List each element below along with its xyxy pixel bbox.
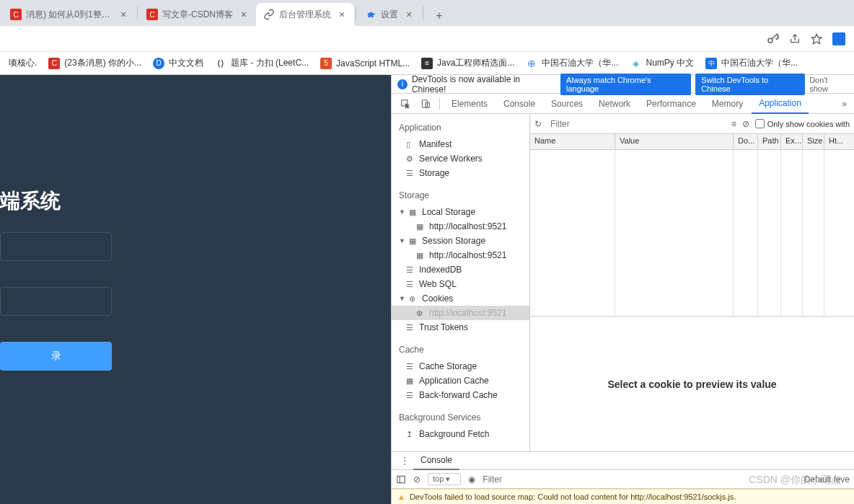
col-expires[interactable]: Ex... (781, 134, 803, 149)
filter-options-icon[interactable]: ≡ (731, 119, 736, 129)
password-input[interactable] (0, 287, 112, 316)
tab-elements[interactable]: Elements (444, 94, 495, 113)
col-path[interactable]: Path (758, 134, 781, 149)
cookies-panel: ↻ ≡ ⊘ Only show cookies with Name Value … (530, 114, 854, 451)
only-cookies-checkbox[interactable]: Only show cookies with (755, 119, 850, 128)
svg-marker-1 (811, 34, 821, 43)
bookmark-item[interactable]: ≡Java工程师精选面... (417, 54, 519, 72)
tab-performance[interactable]: Performance (639, 94, 703, 113)
application-sidebar: Application ▯Manifest ⚙Service Workers ☰… (392, 114, 530, 451)
banner-match-language-button[interactable]: Always match Chrome's language (560, 74, 691, 95)
browser-tab-1[interactable]: C 写文章-CSDN博客 × (139, 3, 256, 26)
bookmark-item[interactable]: 中中国石油大学（华... (701, 54, 802, 72)
sidebar-item-cookies-url-selected[interactable]: ⊛http://localhost:9521 (392, 306, 529, 320)
sidebar-item-application-cache[interactable]: ▦Application Cache (392, 373, 529, 388)
devtools-language-banner: i DevTools is now available in Chinese! … (392, 75, 854, 94)
cookie-preview-placeholder: Select a cookie to preview its value (530, 317, 854, 451)
sidebar-item-bfcache[interactable]: ☰Back-forward Cache (392, 388, 529, 402)
bookmark-item[interactable]: ⊕中国石油大学（华... (521, 54, 622, 72)
new-tab-button[interactable]: + (429, 6, 449, 26)
username-input[interactable] (0, 232, 112, 261)
bookmark-item[interactable]: D中文文档 (149, 54, 208, 72)
clear-icon[interactable]: ⊘ (742, 119, 749, 129)
tab-application[interactable]: Application (752, 94, 809, 114)
info-icon: i (397, 79, 408, 89)
clear-console-icon[interactable]: ⊘ (413, 474, 421, 485)
sidebar-item-manifest[interactable]: ▯Manifest (392, 137, 529, 151)
drawer-menu-icon[interactable]: ⋮ (396, 456, 413, 466)
sidebar-item-cookies[interactable]: ▼⊛Cookies (392, 291, 529, 306)
col-name[interactable]: Name (530, 134, 615, 149)
banner-dont-show-link[interactable]: Don't show (809, 76, 848, 93)
tab-console[interactable]: Console (496, 94, 542, 113)
bookmark-star-icon[interactable] (811, 33, 822, 45)
cookies-table-body[interactable] (530, 150, 854, 316)
share-icon[interactable] (789, 33, 801, 45)
sidebar-item-storage[interactable]: ☰Storage (392, 166, 529, 180)
inspect-element-icon[interactable] (396, 96, 415, 112)
console-drawer-tab[interactable]: Console (413, 451, 459, 470)
col-size[interactable]: Size (803, 134, 824, 149)
col-value[interactable]: Value (615, 134, 734, 149)
bookmark-item[interactable]: 5JavaScript HTML... (316, 55, 414, 72)
sidebar-item-background-fetch[interactable]: ↥Background Fetch (392, 427, 529, 441)
tab-close-icon[interactable]: × (337, 9, 347, 19)
device-toggle-icon[interactable] (416, 96, 435, 112)
col-httponly[interactable]: Ht... (824, 134, 845, 149)
bookmark-item[interactable]: C(23条消息) 你的小... (44, 54, 146, 72)
extensions-icon[interactable] (832, 32, 845, 45)
console-warning-message[interactable]: ▲ DevTools failed to load source map: Co… (392, 489, 854, 504)
grid-icon: ▦ (416, 222, 425, 231)
live-expression-icon[interactable]: ◉ (468, 474, 475, 485)
app-viewport: 端系统 录 (0, 75, 391, 504)
login-button[interactable]: 录 (0, 342, 112, 371)
chevron-down-icon: ▼ (399, 295, 405, 302)
tab-sources[interactable]: Sources (544, 94, 590, 113)
sidebar-item-local-storage-url[interactable]: ▦http://localhost:9521 (392, 219, 529, 234)
bookmark-item[interactable]: ⟨⟩题库 - 力扣 (LeetC... (211, 54, 313, 72)
devtools-tabs: Elements Console Sources Network Perform… (392, 94, 854, 114)
console-context-dropdown[interactable]: top ▾ (428, 473, 461, 485)
banner-switch-chinese-button[interactable]: Switch DevTools to Chinese (695, 74, 805, 95)
database-icon: ☰ (406, 391, 415, 400)
cookies-filter-bar: ↻ ≡ ⊘ Only show cookies with (530, 114, 854, 134)
tab-favicon: C (146, 9, 158, 20)
tab-close-icon[interactable]: × (239, 9, 249, 19)
tab-memory[interactable]: Memory (705, 94, 750, 113)
tab-network[interactable]: Network (591, 94, 638, 113)
sidebar-item-session-storage[interactable]: ▼▦Session Storage (392, 234, 529, 248)
sidebar-item-websql[interactable]: ☰Web SQL (392, 277, 529, 291)
sidebar-item-service-workers[interactable]: ⚙Service Workers (392, 151, 529, 166)
cookie-icon: ⊛ (409, 294, 418, 304)
col-domain[interactable]: Do... (734, 134, 758, 149)
cookies-filter-input[interactable] (547, 118, 726, 131)
console-filter-input[interactable] (483, 474, 796, 485)
browser-tab-3[interactable]: 设置 × (358, 3, 421, 26)
login-title: 端系统 (0, 187, 61, 215)
browser-tab-0[interactable]: C 消息) 如何从0到1整合出一... × (3, 3, 136, 26)
upload-icon: ↥ (406, 430, 415, 439)
more-tabs-icon[interactable]: » (839, 96, 850, 112)
sidebar-item-indexeddb[interactable]: ☰IndexedDB (392, 262, 529, 277)
browser-tab-2-active[interactable]: 后台管理系统 × (256, 3, 354, 26)
svg-point-0 (768, 38, 772, 43)
sidebar-item-cache-storage[interactable]: ☰Cache Storage (392, 359, 529, 373)
key-icon[interactable] (766, 32, 779, 45)
favicon: ⟨⟩ (215, 58, 226, 69)
sidebar-item-local-storage[interactable]: ▼▦Local Storage (392, 205, 529, 219)
tab-close-icon[interactable]: × (118, 9, 128, 19)
section-background-services: Background Services (392, 408, 529, 427)
tab-close-icon[interactable]: × (404, 9, 414, 19)
console-sidebar-toggle-icon[interactable] (396, 474, 406, 485)
bookmark-item[interactable]: 顷核心. (4, 54, 41, 72)
log-levels-dropdown[interactable]: Default leve (804, 474, 850, 485)
refresh-icon[interactable]: ↻ (534, 119, 542, 129)
sidebar-item-session-storage-url[interactable]: ▦http://localhost:9521 (392, 248, 529, 262)
database-icon: ☰ (406, 323, 415, 332)
svg-rect-3 (422, 100, 427, 107)
bookmark-item[interactable]: ◈NumPy 中文 (625, 54, 698, 72)
gear-icon: ⚙ (406, 154, 415, 164)
sidebar-item-trust-tokens[interactable]: ☰Trust Tokens (392, 320, 529, 335)
warning-icon: ▲ (397, 492, 405, 501)
tab-separator (356, 6, 356, 19)
